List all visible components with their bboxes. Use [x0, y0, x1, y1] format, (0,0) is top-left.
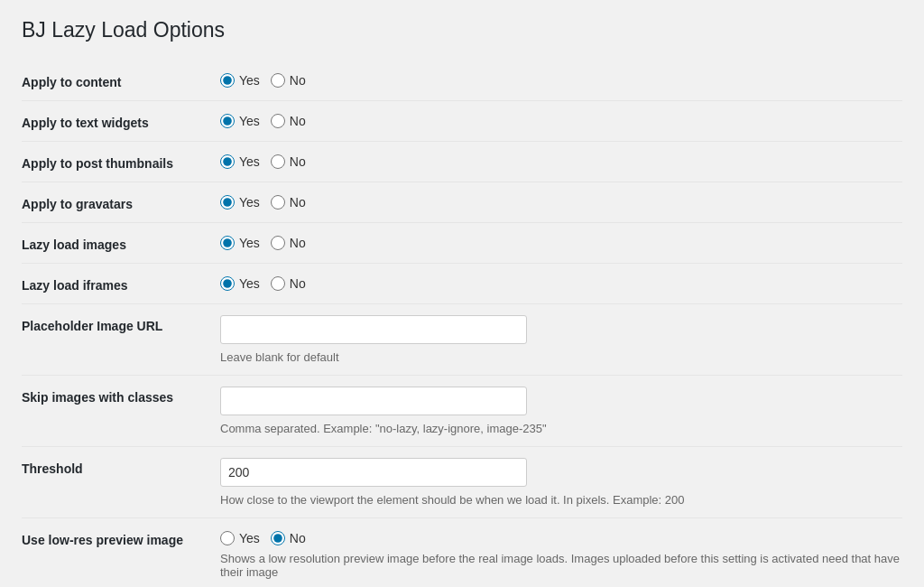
label-apply-to-text-widgets: Apply to text widgets: [22, 112, 220, 130]
radio-input-apply-to-content-no[interactable]: [271, 73, 285, 88]
radio-input-apply-to-gravatars-yes[interactable]: [220, 195, 235, 210]
control-apply-to-text-widgets: YesNo: [220, 112, 902, 128]
radio-input-use-low-res-preview-no[interactable]: [271, 531, 285, 545]
radio-option-text-apply-to-post-thumbnails-no: No: [290, 154, 306, 169]
radio-label-lazy-load-iframes-yes[interactable]: Yes: [220, 276, 260, 291]
page-wrapper: BJ Lazy Load Options Apply to contentYes…: [0, 0, 924, 587]
control-apply-to-gravatars: YesNo: [220, 193, 902, 210]
radio-option-text-lazy-load-iframes-no: No: [290, 276, 306, 291]
radio-option-text-lazy-load-images-yes: Yes: [239, 236, 260, 250]
radio-group-lazy-load-images: YesNo: [220, 234, 902, 250]
radio-option-text-apply-to-content-yes: Yes: [239, 73, 260, 88]
label-apply-to-post-thumbnails: Apply to post thumbnails: [22, 153, 220, 171]
radio-label-apply-to-text-widgets-no[interactable]: No: [271, 114, 306, 128]
settings-row-use-low-res-preview: Use low-res preview imageYesNoShows a lo…: [22, 517, 902, 587]
control-threshold: How close to the viewport the element sh…: [220, 458, 902, 507]
radio-input-apply-to-gravatars-no[interactable]: [271, 195, 285, 210]
hint-placeholder-image-url: Leave blank for default: [220, 350, 902, 364]
radio-input-lazy-load-images-yes[interactable]: [220, 236, 235, 250]
radio-group-apply-to-gravatars: YesNo: [220, 193, 902, 210]
label-lazy-load-images: Lazy load images: [22, 234, 220, 252]
settings-row-apply-to-gravatars: Apply to gravatarsYesNo: [22, 182, 902, 222]
label-apply-to-content: Apply to content: [22, 71, 220, 89]
page-title: BJ Lazy Load Options: [22, 18, 902, 42]
radio-option-text-apply-to-content-no: No: [290, 73, 306, 88]
radio-label-apply-to-gravatars-no[interactable]: No: [271, 195, 306, 210]
radio-input-apply-to-content-yes[interactable]: [220, 73, 235, 88]
radio-input-apply-to-text-widgets-yes[interactable]: [220, 114, 235, 128]
label-threshold: Threshold: [22, 458, 220, 476]
label-use-low-res-preview: Use low-res preview image: [22, 529, 220, 547]
radio-label-lazy-load-images-yes[interactable]: Yes: [220, 236, 260, 250]
settings-row-lazy-load-iframes: Lazy load iframesYesNo: [22, 263, 902, 303]
settings-row-skip-images-with-classes: Skip images with classesComma separated.…: [22, 375, 902, 446]
radio-group-apply-to-post-thumbnails: YesNo: [220, 153, 902, 169]
radio-input-apply-to-post-thumbnails-yes[interactable]: [220, 154, 235, 169]
radio-label-lazy-load-iframes-no[interactable]: No: [271, 276, 306, 291]
radio-option-text-apply-to-gravatars-no: No: [290, 195, 306, 210]
radio-label-apply-to-post-thumbnails-yes[interactable]: Yes: [220, 154, 260, 169]
radio-option-text-apply-to-gravatars-yes: Yes: [239, 195, 260, 210]
control-placeholder-image-url: Leave blank for default: [220, 315, 902, 364]
radio-label-apply-to-content-yes[interactable]: Yes: [220, 73, 260, 88]
hint-use-low-res-preview: Shows a low resolution preview image bef…: [220, 552, 902, 579]
radio-input-apply-to-text-widgets-no[interactable]: [271, 114, 285, 128]
settings-form: Apply to contentYesNoApply to text widge…: [22, 61, 902, 587]
radio-input-lazy-load-iframes-yes[interactable]: [220, 276, 235, 291]
control-lazy-load-iframes: YesNo: [220, 275, 902, 291]
settings-row-apply-to-content: Apply to contentYesNo: [22, 61, 902, 100]
radio-option-text-apply-to-post-thumbnails-yes: Yes: [239, 154, 260, 169]
radio-input-use-low-res-preview-yes[interactable]: [220, 531, 235, 545]
label-placeholder-image-url: Placeholder Image URL: [22, 315, 220, 333]
hint-threshold: How close to the viewport the element sh…: [220, 493, 902, 507]
settings-row-lazy-load-images: Lazy load imagesYesNo: [22, 222, 902, 263]
settings-row-apply-to-post-thumbnails: Apply to post thumbnailsYesNo: [22, 141, 902, 182]
control-use-low-res-preview: YesNoShows a low resolution preview imag…: [220, 529, 902, 579]
radio-input-apply-to-post-thumbnails-no[interactable]: [271, 154, 285, 169]
radio-group-use-low-res-preview: YesNo: [220, 529, 902, 545]
text-input-skip-images-with-classes[interactable]: [220, 387, 527, 415]
radio-option-text-use-low-res-preview-no: No: [290, 531, 306, 545]
text-input-threshold[interactable]: [220, 458, 527, 487]
radio-label-apply-to-content-no[interactable]: No: [271, 73, 306, 88]
radio-label-lazy-load-images-no[interactable]: No: [271, 236, 306, 250]
radio-group-apply-to-content: YesNo: [220, 71, 902, 88]
control-apply-to-post-thumbnails: YesNo: [220, 153, 902, 169]
label-apply-to-gravatars: Apply to gravatars: [22, 193, 220, 211]
text-input-placeholder-image-url[interactable]: [220, 315, 527, 344]
radio-group-apply-to-text-widgets: YesNo: [220, 112, 902, 128]
settings-row-apply-to-text-widgets: Apply to text widgetsYesNo: [22, 100, 902, 141]
radio-label-use-low-res-preview-yes[interactable]: Yes: [220, 531, 260, 545]
radio-option-text-lazy-load-images-no: No: [290, 236, 306, 250]
radio-option-text-apply-to-text-widgets-no: No: [290, 114, 306, 128]
settings-row-threshold: ThresholdHow close to the viewport the e…: [22, 446, 902, 517]
radio-option-text-use-low-res-preview-yes: Yes: [239, 531, 260, 545]
radio-option-text-lazy-load-iframes-yes: Yes: [239, 276, 260, 291]
label-lazy-load-iframes: Lazy load iframes: [22, 275, 220, 293]
settings-row-placeholder-image-url: Placeholder Image URLLeave blank for def…: [22, 303, 902, 375]
radio-input-lazy-load-images-no[interactable]: [271, 236, 285, 250]
label-skip-images-with-classes: Skip images with classes: [22, 387, 220, 405]
radio-label-apply-to-text-widgets-yes[interactable]: Yes: [220, 114, 260, 128]
hint-skip-images-with-classes: Comma separated. Example: "no-lazy, lazy…: [220, 422, 902, 435]
control-skip-images-with-classes: Comma separated. Example: "no-lazy, lazy…: [220, 387, 902, 435]
radio-group-lazy-load-iframes: YesNo: [220, 275, 902, 291]
control-lazy-load-images: YesNo: [220, 234, 902, 250]
radio-label-apply-to-gravatars-yes[interactable]: Yes: [220, 195, 260, 210]
radio-label-apply-to-post-thumbnails-no[interactable]: No: [271, 154, 306, 169]
radio-input-lazy-load-iframes-no[interactable]: [271, 276, 285, 291]
control-apply-to-content: YesNo: [220, 71, 902, 88]
radio-label-use-low-res-preview-no[interactable]: No: [271, 531, 306, 545]
radio-option-text-apply-to-text-widgets-yes: Yes: [239, 114, 260, 128]
